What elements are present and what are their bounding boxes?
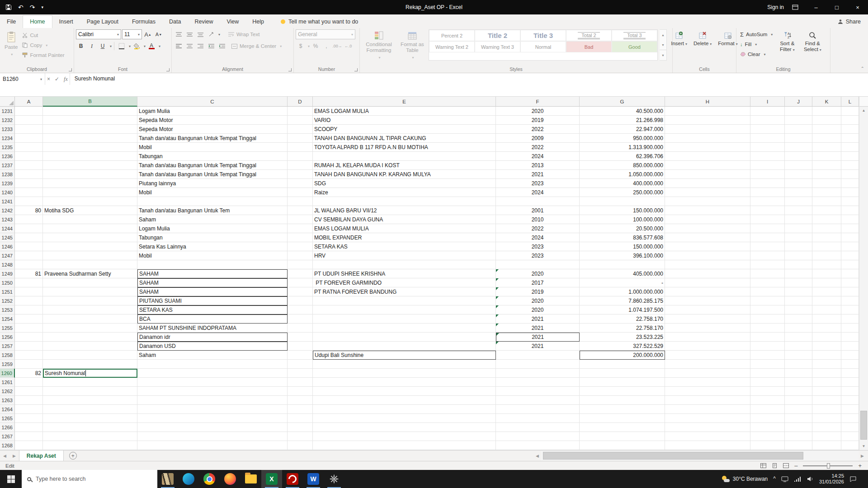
cell-H1233[interactable] xyxy=(665,125,750,134)
cell-L1235[interactable] xyxy=(841,143,859,152)
cell-J1231[interactable] xyxy=(785,107,812,116)
cell-L1239[interactable] xyxy=(841,179,859,188)
page-layout-view-icon[interactable] xyxy=(772,463,778,468)
cell-H1232[interactable] xyxy=(665,116,750,125)
cell-I1240[interactable] xyxy=(750,188,785,197)
style-title-2[interactable]: Title 2 xyxy=(475,30,520,41)
collapse-ribbon-icon[interactable]: ⌃ xyxy=(861,66,864,71)
cell-L1231[interactable] xyxy=(841,107,859,116)
cell-G1264[interactable] xyxy=(580,405,665,414)
cell-B1247[interactable] xyxy=(43,251,137,260)
cell-E1233[interactable]: SCOOPY xyxy=(313,125,496,134)
cell-H1253[interactable] xyxy=(665,305,750,314)
action-center-icon[interactable] xyxy=(849,476,857,482)
cell-H1231[interactable] xyxy=(665,107,750,116)
row-header-1236[interactable]: 1236 xyxy=(0,152,15,161)
tab-help[interactable]: Help xyxy=(245,16,271,28)
column-header-L[interactable]: L xyxy=(841,97,859,107)
style-title-3[interactable]: Title 3 xyxy=(520,30,566,41)
tab-insert[interactable]: Insert xyxy=(52,16,80,28)
cell-I1263[interactable] xyxy=(750,396,785,405)
style-bad[interactable]: Bad xyxy=(566,41,612,52)
cell-K1244[interactable] xyxy=(812,224,841,233)
cell-K1246[interactable] xyxy=(812,242,841,251)
cell-B1234[interactable] xyxy=(43,134,137,143)
cell-K1263[interactable] xyxy=(812,396,841,405)
cell-C1235[interactable]: Mobil xyxy=(137,143,288,152)
cell-I1255[interactable] xyxy=(750,324,785,333)
tell-me-box[interactable]: Tell me what you want to do xyxy=(281,19,358,28)
cell-D1256[interactable] xyxy=(288,333,313,342)
row-header-1251[interactable]: 1251 xyxy=(0,287,15,296)
style-total-3[interactable]: Total 3 xyxy=(612,30,657,41)
cell-A1232[interactable] xyxy=(15,116,43,125)
cell-E1255[interactable] xyxy=(313,324,496,333)
normal-view-icon[interactable] xyxy=(760,463,766,468)
cell-E1249[interactable]: PT UDUPI SHREE KRISHNA xyxy=(313,269,496,278)
row-header-1267[interactable]: 1267 xyxy=(0,432,15,441)
cell-C1260[interactable] xyxy=(137,369,288,378)
column-header-J[interactable]: J xyxy=(785,97,812,107)
clock[interactable]: 14:25 31/01/2026 xyxy=(819,473,844,485)
decrease-indent-icon[interactable] xyxy=(206,41,216,51)
format-painter-button[interactable]: Format Painter xyxy=(20,50,66,60)
cell-G1265[interactable] xyxy=(580,414,665,423)
cell-F1247[interactable]: 2023 xyxy=(496,251,580,260)
cell-I1267[interactable] xyxy=(750,432,785,441)
cell-E1237[interactable]: RUMAH JL KELAPA MUDA I KOST xyxy=(313,161,496,170)
redo-icon[interactable]: ↷ xyxy=(30,4,35,10)
cell-A1268[interactable] xyxy=(15,441,43,450)
cell-L1251[interactable] xyxy=(841,287,859,296)
row-header-1257[interactable]: 1257 xyxy=(0,342,15,351)
cell-K1266[interactable] xyxy=(812,423,841,432)
cell-L1260[interactable] xyxy=(841,369,859,378)
cell-F1261[interactable] xyxy=(496,378,580,387)
column-header-K[interactable]: K xyxy=(812,97,841,107)
fill-color-button[interactable] xyxy=(132,41,142,51)
cell-H1259[interactable] xyxy=(665,360,750,369)
cell-I1241[interactable] xyxy=(750,197,785,206)
cell-A1231[interactable] xyxy=(15,107,43,116)
cell-B1236[interactable] xyxy=(43,152,137,161)
cell-J1236[interactable] xyxy=(785,152,812,161)
cell-L1266[interactable] xyxy=(841,423,859,432)
cell-K1231[interactable] xyxy=(812,107,841,116)
cancel-icon[interactable]: × xyxy=(47,76,50,82)
cell-A1263[interactable] xyxy=(15,396,43,405)
column-header-G[interactable]: G xyxy=(580,97,665,107)
cell-C1261[interactable] xyxy=(137,378,288,387)
cell-J1247[interactable] xyxy=(785,251,812,260)
row-header-1234[interactable]: 1234 xyxy=(0,134,15,143)
cell-C1254[interactable]: BCA xyxy=(137,314,288,324)
cell-B1268[interactable] xyxy=(43,441,137,450)
cell-D1267[interactable] xyxy=(288,432,313,441)
cell-J1265[interactable] xyxy=(785,414,812,423)
cell-I1234[interactable] xyxy=(750,134,785,143)
cell-L1236[interactable] xyxy=(841,152,859,161)
weather-widget[interactable]: 30°C Berawan xyxy=(722,476,768,482)
cell-D1238[interactable] xyxy=(288,170,313,179)
insert-cells-button[interactable]: Insert▾ xyxy=(668,29,690,47)
cell-J1266[interactable] xyxy=(785,423,812,432)
cell-I1250[interactable] xyxy=(750,278,785,287)
cell-J1244[interactable] xyxy=(785,224,812,233)
row-header-1246[interactable]: 1246 xyxy=(0,242,15,251)
cell-E1259[interactable] xyxy=(313,360,496,369)
cell-H1236[interactable] xyxy=(665,152,750,161)
cell-D1242[interactable] xyxy=(288,206,313,215)
cell-H1251[interactable] xyxy=(665,287,750,296)
cell-D1258[interactable] xyxy=(288,351,313,360)
cell-H1268[interactable] xyxy=(665,441,750,450)
cell-F1268[interactable] xyxy=(496,441,580,450)
cell-H1246[interactable] xyxy=(665,242,750,251)
cell-G1236[interactable]: 62.396.706 xyxy=(580,152,665,161)
cell-F1260[interactable] xyxy=(496,369,580,378)
cell-K1234[interactable] xyxy=(812,134,841,143)
cell-I1239[interactable] xyxy=(750,179,785,188)
cell-D1266[interactable] xyxy=(288,423,313,432)
bold-button[interactable]: B xyxy=(76,41,86,51)
cell-D1254[interactable] xyxy=(288,314,313,324)
cell-H1266[interactable] xyxy=(665,423,750,432)
cell-D1237[interactable] xyxy=(288,161,313,170)
cell-D1240[interactable] xyxy=(288,188,313,197)
